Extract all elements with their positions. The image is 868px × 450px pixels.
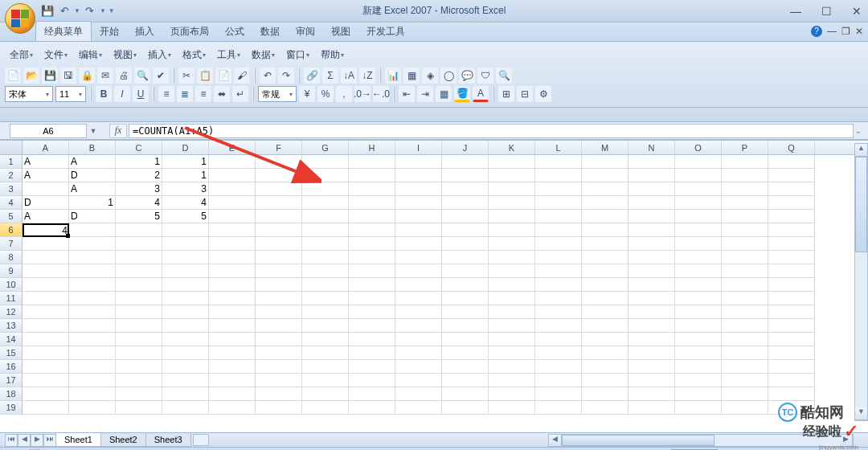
- zoom-in-icon[interactable]: 🔍: [496, 68, 512, 84]
- cell-E11[interactable]: [209, 292, 256, 305]
- scroll-thumb[interactable]: [855, 157, 867, 252]
- cell-D9[interactable]: [162, 264, 209, 278]
- cell-M6[interactable]: [582, 223, 628, 237]
- tab-formulas[interactable]: 公式: [217, 22, 252, 41]
- italic-icon[interactable]: I: [114, 86, 130, 102]
- cell-H1[interactable]: [349, 155, 395, 169]
- cell-M15[interactable]: [582, 346, 628, 360]
- cell-F18[interactable]: [256, 387, 302, 401]
- cell-O14[interactable]: [675, 333, 722, 346]
- cell-F3[interactable]: [256, 182, 302, 196]
- cell-C1[interactable]: 1: [116, 155, 162, 169]
- font-color-icon[interactable]: A: [473, 86, 489, 102]
- cell-K16[interactable]: [489, 360, 535, 374]
- cell-G18[interactable]: [302, 387, 349, 401]
- cell-N5[interactable]: [628, 210, 675, 223]
- cell-P10[interactable]: [722, 278, 768, 292]
- cell-O16[interactable]: [675, 360, 722, 374]
- cell-N16[interactable]: [628, 360, 675, 374]
- cell-P7[interactable]: [722, 237, 768, 251]
- cell-D19[interactable]: [162, 401, 209, 415]
- cell-J2[interactable]: [442, 169, 489, 182]
- cell-Q1[interactable]: [768, 155, 815, 169]
- cell-K13[interactable]: [489, 319, 535, 333]
- cell-J5[interactable]: [442, 210, 489, 223]
- cell-K1[interactable]: [489, 155, 535, 169]
- cell-B16[interactable]: [69, 360, 116, 374]
- percent-icon[interactable]: %: [317, 86, 334, 102]
- cell-B3[interactable]: A: [69, 182, 116, 196]
- cell-I11[interactable]: [395, 292, 442, 305]
- cell-E3[interactable]: [209, 182, 256, 196]
- column-header-H[interactable]: H: [349, 141, 395, 154]
- cell-J15[interactable]: [442, 346, 489, 360]
- menu-view[interactable]: 视图▾: [108, 47, 141, 63]
- delete-cells-icon[interactable]: ⊟: [517, 86, 533, 102]
- cell-G1[interactable]: [302, 155, 349, 169]
- cell-H13[interactable]: [349, 319, 395, 333]
- cell-B8[interactable]: [69, 251, 116, 264]
- sheet-nav-prev-icon[interactable]: ◀: [18, 434, 31, 447]
- cell-G3[interactable]: [302, 182, 349, 196]
- sort-asc-icon[interactable]: ↓A: [341, 68, 357, 84]
- cell-O2[interactable]: [675, 169, 722, 182]
- cell-G7[interactable]: [302, 237, 349, 251]
- cell-H2[interactable]: [349, 169, 395, 182]
- cell-G5[interactable]: [302, 210, 349, 223]
- fx-icon[interactable]: fx: [109, 124, 127, 138]
- sheet-nav-last-icon[interactable]: ⏭: [43, 434, 56, 447]
- cell-K5[interactable]: [489, 210, 535, 223]
- cell-H16[interactable]: [349, 360, 395, 374]
- cell-M16[interactable]: [582, 360, 628, 374]
- cell-B18[interactable]: [69, 387, 116, 401]
- cell-D12[interactable]: [162, 305, 209, 319]
- cell-F11[interactable]: [256, 292, 302, 305]
- cell-K3[interactable]: [489, 182, 535, 196]
- cell-A14[interactable]: [23, 333, 69, 346]
- cell-D4[interactable]: 4: [162, 196, 209, 210]
- cell-J4[interactable]: [442, 196, 489, 210]
- cell-Q16[interactable]: [768, 360, 815, 374]
- cell-A17[interactable]: [23, 374, 69, 387]
- cell-J13[interactable]: [442, 319, 489, 333]
- cell-A16[interactable]: [23, 360, 69, 374]
- cell-A8[interactable]: [23, 251, 69, 264]
- cell-L2[interactable]: [535, 169, 582, 182]
- cell-F14[interactable]: [256, 333, 302, 346]
- cell-M19[interactable]: [582, 401, 628, 415]
- cell-E13[interactable]: [209, 319, 256, 333]
- cell-G4[interactable]: [302, 196, 349, 210]
- menu-window[interactable]: 窗口▾: [281, 47, 314, 63]
- cell-P13[interactable]: [722, 319, 768, 333]
- row-header-12[interactable]: 12: [0, 305, 23, 319]
- help-icon[interactable]: ?: [811, 26, 822, 37]
- bold-icon[interactable]: B: [96, 86, 112, 102]
- autosum-icon[interactable]: Σ: [322, 68, 338, 84]
- cell-I4[interactable]: [395, 196, 442, 210]
- cell-E5[interactable]: [209, 210, 256, 223]
- cell-A1[interactable]: A: [23, 155, 69, 169]
- cell-B1[interactable]: A: [69, 155, 116, 169]
- cell-N2[interactable]: [628, 169, 675, 182]
- doc-minimize-button[interactable]: —: [827, 26, 837, 37]
- cell-I1[interactable]: [395, 155, 442, 169]
- cell-B13[interactable]: [69, 319, 116, 333]
- cell-Q12[interactable]: [768, 305, 815, 319]
- borders-icon[interactable]: ▦: [436, 86, 452, 102]
- cell-A11[interactable]: [23, 292, 69, 305]
- cell-B10[interactable]: [69, 278, 116, 292]
- insert-sheet-button[interactable]: [193, 434, 209, 446]
- cell-L6[interactable]: [535, 223, 582, 237]
- cell-N8[interactable]: [628, 251, 675, 264]
- cell-L7[interactable]: [535, 237, 582, 251]
- cell-M8[interactable]: [582, 251, 628, 264]
- cell-O4[interactable]: [675, 196, 722, 210]
- cell-D17[interactable]: [162, 374, 209, 387]
- menu-tools[interactable]: 工具▾: [212, 47, 245, 63]
- format-cells-icon[interactable]: ⚙: [535, 86, 551, 102]
- cell-J6[interactable]: [442, 223, 489, 237]
- cell-I6[interactable]: [395, 223, 442, 237]
- row-header-14[interactable]: 14: [0, 333, 23, 346]
- cell-I3[interactable]: [395, 182, 442, 196]
- row-header-8[interactable]: 8: [0, 251, 23, 264]
